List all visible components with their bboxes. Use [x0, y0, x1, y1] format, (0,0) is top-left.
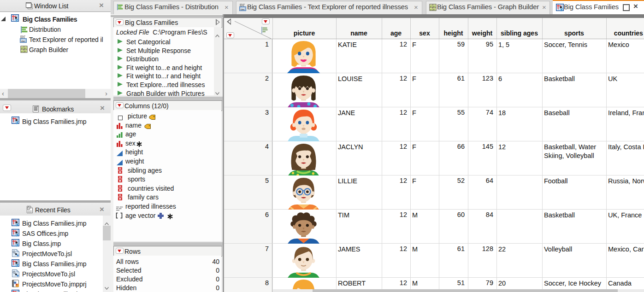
svg-text:dat: dat: [241, 8, 245, 11]
svg-text:dat: dat: [21, 40, 25, 42]
